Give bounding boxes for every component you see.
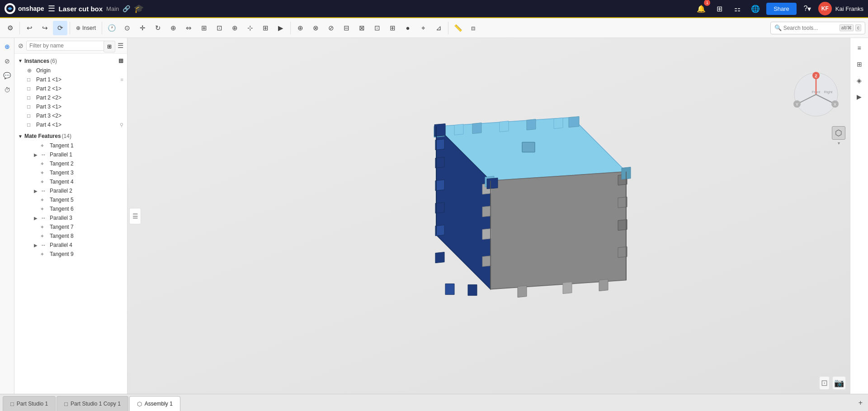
screenshot-icon[interactable]: 📷 <box>833 377 845 389</box>
left-panel: ⊘ ☰ ▼ Instances (6) ⊞ ⊕ Origin □ Part 1 <box>14 38 127 394</box>
mate-tangent-icon[interactable]: ⊿ <box>431 21 446 35</box>
sphere-icon[interactable]: ⊙ <box>120 21 134 35</box>
tree-item[interactable]: ▶ ↔ Parallel 1 <box>14 150 127 159</box>
boolean-icon[interactable]: ⊕ <box>227 21 242 35</box>
user-name[interactable]: Kai Franks <box>835 5 863 12</box>
tree-item[interactable]: □ Part 2 <1> <box>14 84 127 93</box>
search-input[interactable] <box>783 25 838 31</box>
filter-input[interactable] <box>26 41 115 51</box>
transform-icon[interactable]: ⊕ <box>166 21 180 35</box>
transform-strip-icon[interactable]: ⊕ <box>1 41 13 52</box>
tab-assembly-1[interactable]: ⬡ Assembly 1 <box>129 396 180 411</box>
section-view-icon[interactable]: ⧈ <box>466 21 481 35</box>
explode-icon[interactable]: ⊹ <box>243 21 257 35</box>
mate-planar-icon[interactable]: ⊠ <box>354 21 369 35</box>
tree-item[interactable]: □ Part 3 <1> <box>14 102 127 111</box>
insert-button[interactable]: ⊕ Insert <box>72 21 99 35</box>
redo-button[interactable]: ↪ <box>38 21 52 35</box>
list-view-icon[interactable]: ☰ <box>118 42 123 50</box>
mirror-icon[interactable]: ⇔ <box>181 21 196 35</box>
tree-item[interactable]: ▶ ⌖ Tangent 7 <box>14 222 127 231</box>
avatar[interactable]: KF <box>818 2 832 15</box>
mate-fastened-icon[interactable]: ⊗ <box>308 21 323 35</box>
tree-item[interactable]: □ Part 2 <2> <box>14 93 127 102</box>
animate-icon[interactable]: ▶ <box>274 21 288 35</box>
filter-panel-icon[interactable]: ⊘ <box>18 42 24 49</box>
hide-icon[interactable]: ⊡ <box>212 21 226 35</box>
gizmo[interactable]: Z X Y Front Right <box>791 70 841 119</box>
mate-ball-icon[interactable]: ● <box>401 21 415 35</box>
toolbar: ⚙ ↩ ↪ ⟳ ⊕ Insert 🕐 ⊙ ✛ ↻ ⊕ ⇔ ⊞ ⊡ ⊕ ⊹ ⊞ ▶… <box>0 18 868 38</box>
apps-icon[interactable]: ⚏ <box>730 1 745 16</box>
globe-icon[interactable]: 🌐 <box>748 1 763 16</box>
tree-item[interactable]: ⊕ Origin <box>14 66 127 75</box>
expand-icon[interactable]: ▶ <box>33 188 39 194</box>
learn-icon[interactable]: 🎓 <box>134 4 144 14</box>
mate-slider-icon[interactable]: ⊟ <box>339 21 354 35</box>
tree-item[interactable]: ▶ ⌖ Tangent 9 <box>14 250 127 259</box>
viewport[interactable]: Z X Y Front Right ⬡ ▾ ⊡ 📷 ≡ ⊞ <box>127 38 868 394</box>
instances-section[interactable]: ▼ Instances (6) ⊞ <box>14 56 127 66</box>
tree-item[interactable]: ▶ ⌖ Tangent 3 <box>14 168 127 177</box>
appearances-panel-icon[interactable]: ◈ <box>852 73 867 88</box>
mate-parallel-icon[interactable]: ⌖ <box>416 21 430 35</box>
svg-marker-9 <box>554 118 563 128</box>
tree-item[interactable]: □ Part 1 <1> ≡ <box>14 75 127 84</box>
doc-title: Laser cut box <box>59 5 103 13</box>
svg-marker-25 <box>468 284 477 295</box>
tree-item[interactable]: ▶ ⌖ Tangent 2 <box>14 159 127 168</box>
share-button[interactable]: Share <box>766 3 797 15</box>
link-icon[interactable]: 🔗 <box>123 5 130 12</box>
measure-icon[interactable]: 📏 <box>451 21 465 35</box>
clock-icon[interactable]: 🕐 <box>104 21 119 35</box>
onshape-logo <box>5 3 15 14</box>
hamburger-icon[interactable]: ☰ <box>48 4 55 14</box>
undo-button[interactable]: ↩ <box>22 21 37 35</box>
tree-item[interactable]: ▶ ⌖ Tangent 1 <box>14 141 127 150</box>
tree-item[interactable]: ▶ ⌖ Tangent 5 <box>14 195 127 204</box>
panel-float-icon[interactable]: ⊞ <box>104 41 115 52</box>
tree-item[interactable]: □ Part 3 <2> <box>14 111 127 120</box>
tree-item[interactable]: ▶ ⌖ Tangent 4 <box>14 177 127 186</box>
expand-icon[interactable]: ▶ <box>33 242 39 248</box>
bom-table-icon[interactable]: ⊞ <box>852 57 867 71</box>
tab-part-studio-copy[interactable]: □ Part Studio 1 Copy 1 <box>57 396 128 411</box>
mate-pin-slot-icon[interactable]: ⊞ <box>385 21 400 35</box>
pattern-icon[interactable]: ⊞ <box>197 21 211 35</box>
expand-icon[interactable]: ▶ <box>33 151 39 158</box>
history-strip-icon[interactable]: ⏱ <box>1 84 13 96</box>
tab-part-studio-1[interactable]: □ Part Studio 1 <box>3 396 56 411</box>
view-cube-button[interactable]: ⬡ <box>832 126 845 140</box>
tree-item[interactable]: ▶ ↔ Parallel 4 <box>14 241 127 250</box>
settings-icon[interactable]: ⚙ <box>3 21 17 35</box>
help-icon[interactable]: ? ▾ <box>800 1 815 16</box>
tangent-icon: ⌖ <box>41 251 48 257</box>
tree-item[interactable]: ▶ ⌖ Tangent 6 <box>14 204 127 213</box>
add-tab-button[interactable]: + <box>857 397 864 409</box>
mate-connector-icon[interactable]: ⊕ <box>293 21 307 35</box>
fit-all-icon[interactable]: ⊡ <box>820 377 829 389</box>
mate-cylindrical-icon[interactable]: ⊡ <box>370 21 384 35</box>
comment-strip-icon[interactable]: 💬 <box>1 70 13 81</box>
grid-view-icon[interactable]: ⊞ <box>712 1 726 16</box>
rotate-icon[interactable]: ↻ <box>151 21 165 35</box>
tree-item[interactable]: ▶ ⌖ Tangent 8 <box>14 231 127 241</box>
view-cube-expand[interactable]: ▾ <box>838 141 840 146</box>
mate-revolute-icon[interactable]: ⊘ <box>324 21 338 35</box>
notifications-icon[interactable]: 🔔 1 <box>694 1 708 16</box>
move-icon[interactable]: ✛ <box>135 21 150 35</box>
simulation-icon[interactable]: ▶ <box>852 90 867 104</box>
tree-item[interactable]: ▶ ↔ Parallel 3 <box>14 213 127 222</box>
parallel-icon: ↔ <box>41 151 48 158</box>
tree-item[interactable]: □ Part 4 <1> ⚲ <box>14 120 127 129</box>
orbit-button[interactable]: ⟳ <box>53 21 67 35</box>
logo-text: onshape <box>18 5 44 12</box>
filter-strip-icon[interactable]: ⊘ <box>1 55 13 67</box>
collapse-panel-button[interactable]: ☰ <box>129 208 141 224</box>
add-instance-icon[interactable]: ⊞ <box>118 57 123 64</box>
tree-item[interactable]: ▶ ↔ Parallel 2 <box>14 186 127 195</box>
import-icon[interactable]: ⊞ <box>258 21 273 35</box>
properties-panel-icon[interactable]: ≡ <box>852 41 867 55</box>
expand-icon[interactable]: ▶ <box>33 215 39 221</box>
mate-features-section[interactable]: ▼ Mate Features (14) <box>14 131 127 141</box>
